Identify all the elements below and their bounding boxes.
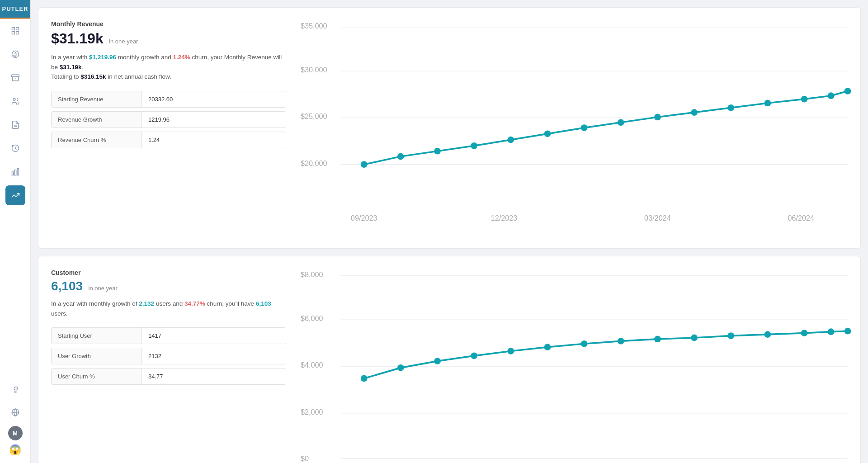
customer-value: 6,103: [51, 279, 83, 293]
svg-text:$6,000: $6,000: [301, 314, 323, 322]
revenue-growth-input[interactable]: [142, 112, 286, 128]
revenue-growth-label: Revenue Growth: [52, 112, 142, 128]
svg-point-33: [618, 119, 624, 126]
monthly-revenue-title: Monthly Revenue: [51, 20, 286, 28]
svg-rect-2: [12, 32, 14, 34]
svg-point-63: [654, 336, 661, 343]
svg-rect-5: [11, 75, 19, 76]
customer-chart: $8,000 $6,000 $4,000 $2,000 $0 09/2023 1…: [301, 269, 848, 463]
svg-text:03/2024: 03/2024: [644, 214, 671, 222]
svg-text:$35,000: $35,000: [301, 22, 327, 30]
starting-user-label: Starting User: [52, 328, 142, 344]
monthly-revenue-value: $31.19k: [51, 30, 104, 47]
svg-point-57: [434, 358, 441, 364]
svg-text:$30,000: $30,000: [301, 66, 327, 74]
svg-text:$4,000: $4,000: [301, 361, 323, 369]
monthly-revenue-chart: $35,000 $30,000 $25,000 $20,000 09/2023 …: [301, 20, 848, 236]
customer-left: Customer 6,103 in one year In a year wit…: [51, 269, 286, 463]
customer-in-year: in one year: [89, 285, 118, 292]
svg-rect-1: [16, 28, 19, 30]
user-growth-row: User Growth: [51, 348, 286, 364]
monthly-revenue-in-year: in one year: [109, 38, 138, 45]
customer-fields: Starting User User Growth User Churn %: [51, 327, 286, 385]
svg-point-66: [764, 331, 771, 338]
svg-point-62: [618, 338, 624, 345]
svg-point-65: [727, 332, 734, 339]
svg-text:$2,000: $2,000: [301, 408, 323, 416]
svg-point-68: [828, 329, 835, 335]
monthly-revenue-left: Monthly Revenue $31.19k in one year In a…: [51, 20, 286, 236]
svg-point-27: [397, 153, 404, 160]
svg-point-67: [801, 330, 808, 336]
svg-text:09/2023: 09/2023: [351, 214, 377, 222]
svg-point-35: [691, 109, 698, 116]
svg-text:12/2023: 12/2023: [491, 214, 518, 222]
svg-point-26: [361, 161, 368, 168]
svg-text:$8,000: $8,000: [301, 270, 323, 279]
svg-text:$20,000: $20,000: [301, 159, 327, 167]
monthly-revenue-description: In a year with $1,219.96 monthly growth …: [51, 52, 286, 82]
customer-description: In a year with monthly growth of 2,132 u…: [51, 299, 286, 318]
svg-rect-11: [14, 170, 16, 175]
svg-point-55: [361, 375, 368, 382]
sidebar-item-forecast[interactable]: [5, 185, 25, 205]
main-content: Monthly Revenue $31.19k in one year In a…: [31, 0, 868, 463]
sidebar-item-dashboard[interactable]: [5, 21, 25, 41]
svg-point-36: [727, 104, 734, 111]
user-churn-input[interactable]: [142, 369, 286, 384]
svg-text:$25,000: $25,000: [301, 112, 327, 120]
svg-point-31: [544, 130, 551, 137]
revenue-churn-input[interactable]: [142, 132, 286, 148]
svg-point-6: [13, 98, 15, 100]
svg-point-60: [544, 344, 551, 350]
user-avatar-m[interactable]: M: [8, 426, 23, 440]
user-churn-row: User Churn %: [51, 368, 286, 385]
customer-chart-svg: $8,000 $6,000 $4,000 $2,000 $0 09/2023 1…: [301, 269, 848, 463]
svg-point-64: [691, 335, 698, 341]
svg-point-59: [507, 348, 514, 354]
customer-title: Customer: [51, 269, 286, 276]
sidebar: PUTLER M 😱: [0, 0, 31, 463]
sidebar-item-globe[interactable]: [5, 402, 25, 422]
svg-text:06/2024: 06/2024: [788, 214, 814, 222]
user-churn-label: User Churn %: [52, 369, 142, 384]
sidebar-item-analytics[interactable]: [5, 162, 25, 182]
svg-point-61: [581, 340, 588, 347]
svg-rect-12: [17, 169, 19, 175]
user-avatar-emoji[interactable]: 😱: [9, 444, 21, 456]
svg-point-30: [507, 137, 514, 143]
starting-revenue-row: Starting Revenue: [51, 91, 286, 108]
svg-rect-3: [16, 32, 19, 34]
sidebar-item-reports[interactable]: [5, 115, 25, 135]
sidebar-item-revenue[interactable]: [5, 44, 25, 64]
svg-point-58: [471, 353, 477, 359]
starting-user-input[interactable]: [142, 328, 286, 344]
svg-point-34: [654, 114, 661, 121]
sidebar-item-customers[interactable]: [5, 91, 25, 111]
sidebar-item-subscriptions[interactable]: [5, 138, 25, 158]
revenue-chart-svg: $35,000 $30,000 $25,000 $20,000 09/2023 …: [301, 20, 848, 234]
customer-card: Customer 6,103 in one year In a year wit…: [38, 256, 861, 463]
svg-point-29: [471, 142, 477, 149]
user-growth-input[interactable]: [142, 348, 286, 364]
user-growth-label: User Growth: [52, 348, 142, 364]
revenue-churn-label: Revenue Churn %: [52, 132, 142, 148]
revenue-fields: Starting Revenue Revenue Growth Revenue …: [51, 91, 286, 148]
svg-point-69: [844, 328, 851, 335]
app-logo: PUTLER: [0, 0, 30, 19]
revenue-growth-row: Revenue Growth: [51, 111, 286, 128]
svg-point-40: [844, 88, 851, 94]
starting-revenue-input[interactable]: [142, 91, 286, 107]
sidebar-item-archive[interactable]: [5, 68, 25, 88]
svg-rect-0: [12, 28, 14, 30]
svg-point-28: [434, 148, 441, 155]
svg-rect-10: [12, 172, 13, 175]
sidebar-item-lightbulb[interactable]: [5, 379, 25, 399]
svg-text:$0: $0: [301, 454, 309, 463]
svg-point-56: [397, 364, 404, 371]
revenue-churn-row: Revenue Churn %: [51, 132, 286, 148]
monthly-revenue-card: Monthly Revenue $31.19k in one year In a…: [38, 7, 861, 249]
svg-point-39: [828, 92, 835, 99]
starting-user-row: Starting User: [51, 327, 286, 344]
starting-revenue-label: Starting Revenue: [52, 91, 142, 107]
